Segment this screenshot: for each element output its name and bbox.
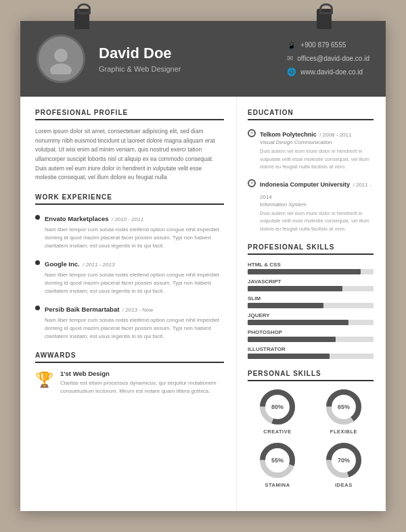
edu-circle-icon	[248, 179, 256, 187]
email-icon: ✉	[287, 52, 293, 66]
skill-item: ILLUSTRATOR	[248, 346, 374, 359]
header-section: David Doe Graphic & Web Designer 📱 +900 …	[20, 21, 386, 97]
work-desc: Nam liber tempor cum soluta nobis eleife…	[45, 226, 224, 250]
skill-name: ILLUSTRATOR	[248, 346, 374, 352]
skill-bar	[248, 337, 374, 342]
profile-section: PROFESIONAL PROFILE Lorem ipsum dolor si…	[35, 109, 224, 183]
skill-name: JQUERY	[248, 312, 374, 318]
skill-item: SLIM	[248, 295, 374, 308]
work-desc: Nam liber tempor cum soluta nobis eleife…	[45, 316, 224, 341]
donut-chart: 80%	[258, 388, 296, 426]
skill-name: HTML & CSS	[248, 262, 374, 268]
right-column: EDUCATION Telkom Polytechnic / 2008 - 20…	[237, 97, 386, 511]
work-item: Envato Marketplaces / 2010 - 2011 Nam li…	[35, 212, 224, 250]
education-title: EDUCATION	[248, 109, 374, 120]
clip-left	[74, 9, 89, 29]
edu-desc: Duis autem vel eum iriure dolor in hendr…	[260, 147, 374, 170]
work-items: Envato Marketplaces / 2010 - 2011 Nam li…	[35, 212, 224, 341]
work-company: Google Inc. / 2011 - 2013	[45, 257, 224, 269]
donut-chart: 55%	[258, 441, 296, 479]
svg-point-0	[54, 49, 68, 62]
left-column: PROFESIONAL PROFILE Lorem ipsum dolor si…	[20, 97, 237, 511]
edu-item: Telkom Polytechnic / 2008 - 2011 Visual …	[248, 127, 374, 170]
donut-chart: 65%	[325, 388, 363, 426]
candidate-name: David Doe	[99, 45, 181, 62]
header-contact: 📱 +900 879 6555 ✉ offices@david-doe.co.i…	[287, 39, 369, 79]
personal-skills-grid: 80% CREATIVE 65% FLEXIBLE 55% STAMINA 70…	[248, 388, 374, 488]
education-section: EDUCATION Telkom Polytechnic / 2008 - 20…	[248, 109, 374, 233]
award-desc: Claritas est etiam processus dynamicus, …	[60, 379, 224, 395]
personal-skills-title: PERSONAL SKILLS	[248, 370, 374, 381]
personal-skill-label: FLEXIBLE	[330, 429, 357, 435]
personal-skill-item: 55% STAMINA	[248, 441, 307, 488]
edu-major: Information System	[260, 201, 374, 208]
email-address: offices@david-doe.co.id	[297, 53, 369, 65]
skill-bar-fill	[248, 337, 336, 342]
skill-item: JAVASCRIPT	[248, 279, 374, 291]
skill-bar-fill	[248, 320, 348, 325]
skill-bar	[248, 303, 374, 308]
phone-icon: 📱	[287, 39, 296, 53]
work-title: WORK EXPERIENCE	[35, 193, 224, 205]
edu-desc: Duis autem vel eum iriure dolor in hendr…	[260, 210, 374, 233]
work-desc: Nam liber tempor cum soluta nobis eleife…	[45, 271, 224, 295]
work-period: / 2013 - Now	[122, 307, 153, 313]
skills-title: PROFESIONAL SKILLS	[248, 243, 374, 255]
skill-item: JQUERY	[248, 312, 374, 325]
skill-bar-fill	[248, 303, 323, 308]
website-contact: 🌐 www.david-doe.co.id	[287, 66, 369, 79]
personal-skill-item: 80% CREATIVE	[248, 388, 307, 435]
website-url: www.david-doe.co.id	[300, 66, 363, 78]
work-company: Envato Marketplaces / 2010 - 2011	[45, 212, 224, 224]
work-company: Persib Baik Bermartabat / 2013 - Now	[45, 302, 224, 314]
svg-text:80%: 80%	[271, 404, 284, 410]
svg-text:65%: 65%	[338, 404, 350, 410]
clip-right	[317, 9, 332, 29]
skill-bar-fill	[248, 269, 361, 274]
svg-text:70%: 70%	[338, 457, 350, 464]
work-item: Persib Baik Bermartabat / 2013 - Now Nam…	[35, 302, 224, 341]
svg-point-1	[50, 64, 72, 74]
profile-title: PROFESIONAL PROFILE	[35, 109, 224, 120]
skill-bar	[248, 269, 374, 274]
awards-section: AWWARDS 🏆 1'st Web Design Claritas est e…	[35, 352, 224, 395]
edu-content: Indonesia Computer University / 2011 - 2…	[260, 177, 374, 233]
avatar	[37, 34, 85, 83]
personal-skill-item: 70% IDEAS	[314, 441, 374, 488]
skills-items: HTML & CSS JAVASCRIPT SLIM JQUERY PHOTOS…	[248, 262, 374, 359]
globe-icon: 🌐	[287, 66, 296, 79]
email-contact: ✉ offices@david-doe.co.id	[287, 52, 369, 66]
edu-school: Telkom Polytechnic	[260, 131, 317, 138]
edu-circle-icon	[248, 129, 256, 137]
profile-text: Lorem ipsum dolor sit amet, consectetuer…	[35, 127, 224, 183]
donut-chart: 70%	[325, 441, 363, 479]
award-content: 1'st Web Design Claritas est etiam proce…	[60, 370, 224, 395]
company-name: Envato Marketplaces	[45, 215, 109, 222]
skill-item: PHOTOSHOP	[248, 329, 374, 342]
phone-number: +900 879 6555	[300, 39, 346, 51]
personal-skill-label: CREATIVE	[263, 429, 291, 435]
edu-period: / 2008 - 2011	[319, 132, 351, 138]
edu-school: Indonesia Computer University	[260, 181, 350, 188]
work-section: WORK EXPERIENCE Envato Marketplaces / 20…	[35, 193, 224, 341]
company-name: Persib Baik Bermartabat	[45, 306, 119, 313]
resume-page: David Doe Graphic & Web Designer 📱 +900 …	[20, 21, 386, 511]
edu-major: Visual Design Communication	[260, 139, 374, 145]
skill-item: HTML & CSS	[248, 262, 374, 274]
edu-content: Telkom Polytechnic / 2008 - 2011 Visual …	[260, 127, 374, 170]
skill-name: JAVASCRIPT	[248, 279, 374, 285]
personal-skill-label: IDEAS	[335, 482, 352, 488]
header-info: David Doe Graphic & Web Designer	[99, 45, 181, 73]
skill-name: SLIM	[248, 295, 374, 301]
work-period: / 2011 - 2013	[83, 262, 114, 268]
skill-bar	[248, 354, 374, 359]
company-name: Google Inc.	[45, 260, 80, 268]
phone-contact: 📱 +900 879 6555	[287, 39, 369, 53]
skill-bar	[248, 286, 374, 291]
award-icon: 🏆	[35, 371, 53, 389]
work-period: / 2010 - 2011	[112, 216, 143, 222]
edu-items: Telkom Polytechnic / 2008 - 2011 Visual …	[248, 127, 374, 233]
edu-item: Indonesia Computer University / 2011 - 2…	[248, 177, 374, 233]
svg-text:55%: 55%	[271, 457, 284, 464]
award-title: 1'st Web Design	[60, 370, 224, 377]
